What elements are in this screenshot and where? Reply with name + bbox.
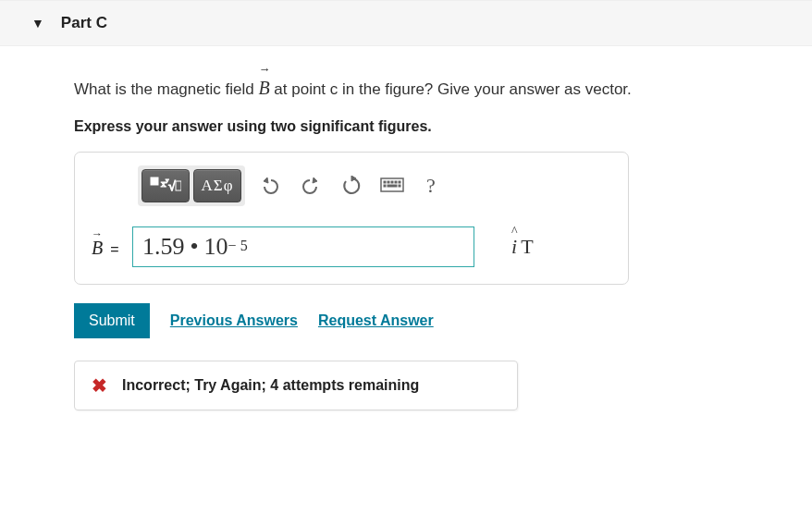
equals-sign: = <box>110 241 118 257</box>
unit-symbol: T <box>521 235 533 259</box>
svg-rect-13 <box>399 185 400 187</box>
greek-label: ΑΣφ <box>202 177 234 195</box>
answer-base: 10 <box>204 233 228 261</box>
svg-rect-11 <box>384 185 386 187</box>
equation-toolbar: x y √ ΑΣφ <box>138 165 611 206</box>
redo-button[interactable] <box>295 170 326 202</box>
undo-icon <box>260 177 280 195</box>
feedback-message: Incorrect; Try Again; 4 attempts remaini… <box>122 377 419 394</box>
answer-row: → B = 1.59 • 10 − 5 i T <box>92 226 611 267</box>
question-suffix: at point c in the figure? Give your answ… <box>274 80 631 98</box>
answer-separator: • <box>191 233 199 261</box>
math-template-icon: x y √ <box>150 177 181 195</box>
previous-answers-link[interactable]: Previous Answers <box>170 312 298 329</box>
svg-rect-4 <box>176 181 181 190</box>
part-title: Part C <box>61 14 107 32</box>
incorrect-icon: ✖ <box>92 374 107 397</box>
answer-card: x y √ ΑΣφ <box>74 152 629 285</box>
svg-rect-12 <box>388 185 397 187</box>
greek-symbols-button[interactable]: ΑΣφ <box>193 169 241 202</box>
undo-button[interactable] <box>254 170 286 202</box>
answer-units: i T <box>511 235 534 259</box>
feedback-box: ✖ Incorrect; Try Again; 4 attempts remai… <box>74 361 518 410</box>
vector-arrow-icon: → <box>92 227 103 241</box>
submit-button[interactable]: Submit <box>74 303 150 338</box>
answer-instruction: Express your answer using two significan… <box>74 118 797 135</box>
vector-b-symbol: B <box>258 68 269 102</box>
action-row: Submit Previous Answers Request Answer <box>74 303 797 338</box>
request-answer-link[interactable]: Request Answer <box>318 312 434 329</box>
reset-icon <box>341 176 362 196</box>
keyboard-icon <box>380 177 404 194</box>
keyboard-button[interactable] <box>376 170 408 202</box>
svg-rect-10 <box>399 181 400 183</box>
question-text: What is the magnetic field B at point c … <box>74 68 797 102</box>
question-prefix: What is the magnetic field <box>74 80 258 98</box>
svg-rect-9 <box>395 181 397 183</box>
chevron-down-icon: ▼ <box>31 16 44 31</box>
reset-button[interactable] <box>336 170 367 202</box>
help-button[interactable]: ? <box>417 174 445 198</box>
svg-rect-6 <box>384 181 386 183</box>
svg-rect-8 <box>391 181 393 183</box>
part-header[interactable]: ▼ Part C <box>0 0 812 46</box>
svg-rect-0 <box>151 177 158 185</box>
toolbar-group-formatting: x y √ ΑΣφ <box>138 165 245 206</box>
unit-vector-i: i <box>511 235 517 259</box>
answer-exponent: − 5 <box>228 238 248 254</box>
svg-text:√: √ <box>168 179 176 193</box>
answer-lhs: → B = <box>92 236 123 259</box>
templates-button[interactable]: x y √ <box>141 169 190 202</box>
content-area: What is the magnetic field B at point c … <box>0 46 812 425</box>
answer-input[interactable]: 1.59 • 10 − 5 <box>132 226 474 267</box>
answer-mantissa: 1.59 <box>142 233 185 261</box>
redo-icon <box>301 177 321 195</box>
svg-rect-7 <box>388 181 389 183</box>
